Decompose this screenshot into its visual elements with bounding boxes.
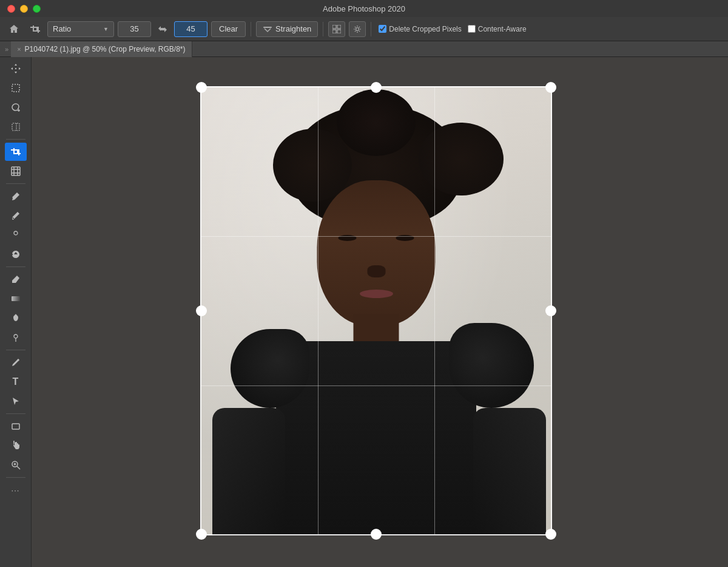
crop-tool-icon [11,147,21,157]
pen-tool[interactable] [5,353,27,372]
person-face [317,180,436,326]
minimize-button[interactable] [20,5,28,13]
svg-rect-19 [12,424,19,429]
delete-cropped-pixels-group[interactable]: Delete Cropped Pixels [379,25,461,33]
overlay-left [32,86,200,535]
hair-bun [337,89,416,156]
right-shoulder [449,323,534,408]
canvas-area[interactable] [32,57,728,567]
hand-tool[interactable] [5,436,27,455]
maximize-button[interactable] [33,5,41,13]
overlay-right [552,86,728,535]
svg-rect-4 [337,30,341,33]
healing-brush-tool[interactable] [5,187,27,205]
svg-rect-7 [12,123,19,131]
eraser-tool[interactable] [5,270,27,288]
zoom-icon [11,460,21,470]
toolbar-separator-3 [6,267,25,267]
swap-dimensions-button[interactable] [155,21,170,37]
type-tool[interactable]: T [5,373,27,391]
frame-icon [11,166,21,176]
svg-point-5 [356,27,359,30]
delete-cropped-pixels-checkbox[interactable] [379,25,386,33]
document-tab[interactable]: × P1040742 (1).jpg @ 50% (Crop Preview, … [11,41,192,57]
tab-bar: » × P1040742 (1).jpg @ 50% (Crop Preview… [0,41,728,57]
grid-overlay-button[interactable] [328,21,345,37]
right-arm [473,408,546,535]
crop-settings-button[interactable] [349,21,366,37]
marquee-icon [11,83,21,93]
hand-icon [11,441,21,450]
canvas-background [32,57,728,567]
lasso-tool[interactable] [5,98,27,117]
panel-collapse-arrow[interactable]: » [2,46,11,53]
close-button[interactable] [7,5,15,13]
svg-point-18 [17,359,19,361]
gradient-tool[interactable] [5,290,27,308]
brush-icon [11,211,21,220]
svg-point-16 [14,334,18,338]
hair-right [419,123,504,195]
hair-left [273,129,352,202]
toolbar-separator-1 [6,139,25,140]
more-tools-button[interactable]: ··· [5,481,27,499]
options-bar: Ratio ▼ Clear Straighten [0,17,728,41]
left-shoulder [231,329,309,408]
frame-tool[interactable] [5,162,27,180]
title-bar: Adobe Photoshop 2020 [0,0,728,17]
svg-rect-15 [12,296,20,301]
chevron-down-icon: ▼ [103,26,109,32]
tab-title: P1040742 (1).jpg @ 50% (Crop Preview, RG… [25,45,186,53]
swap-icon [158,24,167,34]
zoom-tool[interactable] [5,456,27,474]
clone-stamp-tool[interactable] [5,226,27,244]
grid-icon [332,25,341,33]
svg-rect-2 [337,25,341,29]
home-button[interactable] [5,20,23,38]
brush-tool[interactable] [5,206,27,225]
type-icon: T [13,376,19,387]
traffic-lights [7,5,41,13]
separator-2 [323,22,323,36]
straighten-button[interactable]: Straighten [256,21,318,37]
content-aware-label: Content-Aware [478,25,527,33]
history-brush-tool[interactable] [5,245,27,263]
delete-cropped-pixels-label: Delete Cropped Pixels [389,25,461,33]
photo-canvas [200,86,552,535]
toolbar-separator-4 [6,350,25,350]
healing-brush-icon [11,191,21,201]
width-input[interactable] [118,21,151,37]
toolbar-separator-2 [6,183,25,184]
content-aware-group[interactable]: Content-Aware [468,25,527,33]
height-input[interactable] [174,21,207,37]
move-tool[interactable] [5,59,27,78]
tab-close-button[interactable]: × [17,46,21,53]
marquee-tool[interactable] [5,79,27,97]
left-arm [212,408,285,535]
shape-tool[interactable] [5,417,27,435]
dodge-tool[interactable] [5,328,27,347]
clear-button[interactable]: Clear [211,21,246,37]
content-aware-checkbox[interactable] [468,25,476,33]
ratio-dropdown[interactable]: Ratio ▼ [47,21,114,37]
history-brush-icon [11,250,21,259]
settings-icon [353,25,362,33]
home-icon [9,24,19,34]
svg-point-14 [14,231,18,235]
app-title: Adobe Photoshop 2020 [323,4,405,13]
svg-rect-1 [332,25,336,29]
ratio-dropdown-label: Ratio [53,24,71,33]
lasso-icon [11,103,21,112]
magic-wand-tool[interactable] [5,118,27,136]
blur-icon [11,313,21,323]
toolbar-separator-5 [6,413,25,414]
svg-rect-6 [12,84,19,92]
crop-icon [30,24,40,34]
path-selection-tool[interactable] [5,392,27,410]
dodge-icon [11,333,21,342]
svg-rect-3 [332,30,336,33]
blur-tool[interactable] [5,309,27,327]
rectangle-shape-icon [11,421,21,431]
separator-3 [371,22,371,36]
crop-tool[interactable] [5,143,27,161]
